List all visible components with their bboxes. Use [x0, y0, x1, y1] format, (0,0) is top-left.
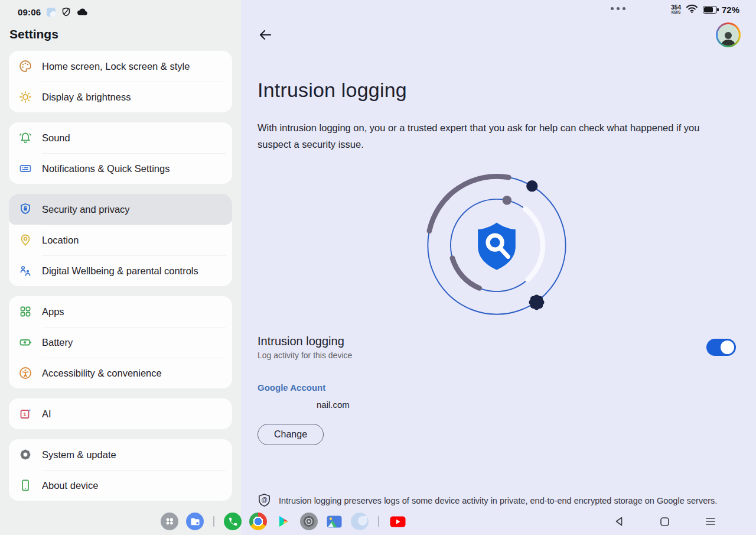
network-speed-indicator: 354 KB/S	[671, 5, 681, 15]
google-account-section: Google Account nail.com Change	[258, 382, 756, 445]
shield-lock-icon	[18, 202, 32, 216]
orbit-dot-dark	[526, 180, 537, 192]
battery-icon	[18, 335, 32, 349]
sidebar-item-label: Accessibility & convenience	[42, 368, 162, 379]
apps-grid-icon	[18, 304, 32, 319]
chrome-icon[interactable]	[249, 513, 267, 530]
sidebar-item-accessibility[interactable]: Accessibility & convenience	[9, 358, 232, 388]
change-account-button[interactable]: Change	[258, 424, 324, 445]
intrusion-logging-toggle[interactable]	[706, 339, 736, 356]
back-arrow-icon	[258, 27, 273, 43]
sidebar-item-label: Location	[42, 235, 79, 246]
settings-group-system: System & update About device	[9, 439, 232, 501]
sidebar-item-about-device[interactable]: About device	[9, 470, 232, 501]
taskbar-dock	[161, 508, 406, 535]
wifi-icon	[686, 4, 698, 16]
bell-icon	[18, 131, 32, 145]
footer-note: @ Intrusion logging preserves logs of so…	[258, 493, 721, 508]
sidebar-item-location[interactable]: Location	[9, 225, 232, 255]
sidebar-item-label: Digital Wellbeing & parental controls	[42, 265, 198, 277]
settings-group-sound: Sound Notifications & Quick Settings	[9, 122, 232, 184]
sidebar-item-apps[interactable]: Apps	[9, 296, 232, 327]
play-store-icon[interactable]	[275, 513, 292, 530]
detail-title: Intrusion logging	[258, 79, 756, 102]
sidebar-item-label: Home screen, Lock screen & style	[42, 61, 190, 72]
sidebar-item-system-update[interactable]: System & update	[9, 439, 232, 470]
tablet-screen: 09:06 Settings Home screen, Lock screen …	[0, 0, 756, 535]
svg-text:1: 1	[23, 411, 27, 417]
sidebar-item-label: System & update	[42, 449, 116, 461]
taskbar	[0, 508, 756, 535]
phone-app-icon[interactable]	[224, 513, 242, 530]
sidebar-item-sound[interactable]: Sound	[9, 122, 232, 153]
sidebar-item-label: About device	[42, 480, 98, 491]
settings-sidebar: 09:06 Settings Home screen, Lock screen …	[0, 0, 241, 535]
svg-text:@: @	[261, 496, 268, 503]
battery-percent: 72%	[722, 5, 739, 15]
phone-device-icon	[18, 478, 32, 492]
navigation-keys	[614, 508, 716, 535]
sidebar-item-label: AI	[42, 408, 51, 420]
toggle-label: Intrusion logging	[258, 335, 352, 348]
back-nav-button[interactable]	[614, 516, 624, 527]
notification-app-icon	[47, 8, 56, 17]
youtube-icon[interactable]	[389, 513, 406, 530]
app-drawer-icon[interactable]	[161, 513, 178, 530]
wellbeing-icon	[18, 264, 32, 278]
account-email: nail.com	[258, 400, 756, 410]
battery-status-icon	[703, 6, 717, 14]
sidebar-item-label: Battery	[42, 337, 73, 348]
dock-divider	[213, 516, 214, 527]
palette-icon	[18, 59, 32, 73]
sidebar-item-wellbeing[interactable]: Digital Wellbeing & parental controls	[9, 255, 232, 286]
window-handle-dots[interactable]	[611, 7, 625, 10]
cloud-icon	[77, 8, 88, 16]
shield-scan-illustration	[417, 166, 576, 325]
footer-text: Intrusion logging preserves logs of some…	[279, 496, 717, 505]
sidebar-item-display[interactable]: Display & brightness	[9, 82, 232, 112]
sidebar-item-label: Apps	[42, 306, 64, 317]
toggle-sublabel: Log activity for this device	[258, 351, 352, 360]
shield-search-icon	[478, 222, 516, 270]
files-app-icon[interactable]	[186, 513, 204, 530]
settings-list: Home screen, Lock screen & style Display…	[0, 41, 241, 501]
avatar-photo	[718, 24, 739, 46]
faded-app-icon[interactable]	[351, 513, 369, 530]
recents-nav-button[interactable]	[705, 517, 716, 526]
account-avatar[interactable]	[716, 22, 741, 47]
sidebar-item-notifications[interactable]: Notifications & Quick Settings	[9, 153, 232, 184]
sidebar-item-label: Security and privacy	[42, 204, 130, 215]
clock: 09:06	[18, 7, 41, 17]
orbit-dot-purple	[503, 196, 511, 205]
dock-divider	[378, 516, 379, 527]
sidebar-item-battery[interactable]: Battery	[9, 327, 232, 358]
intrusion-toggle-row: Intrusion logging Log activity for this …	[258, 335, 736, 360]
detail-description: With intrusion logging on, you or a trus…	[258, 119, 712, 153]
tools-app-icon[interactable]	[300, 513, 318, 530]
sidebar-item-label: Notifications & Quick Settings	[42, 163, 170, 174]
google-account-link[interactable]: Google Account	[258, 382, 756, 393]
sidebar-item-home-screen[interactable]: Home screen, Lock screen & style	[9, 51, 232, 82]
back-button[interactable]	[258, 27, 275, 43]
settings-group-apps: Apps Battery Accessibility & convenience	[9, 296, 232, 388]
home-nav-button[interactable]	[660, 517, 670, 527]
sun-icon	[18, 90, 32, 104]
gallery-app-icon[interactable]	[325, 513, 343, 530]
accessibility-icon	[18, 366, 32, 380]
notifications-icon	[18, 161, 32, 176]
sidebar-item-security[interactable]: Security and privacy	[9, 194, 232, 225]
ai-icon: 1	[18, 407, 32, 421]
status-bar-left: 09:06	[0, 0, 241, 19]
toggle-text: Intrusion logging Log activity for this …	[258, 335, 352, 360]
gear-icon	[18, 448, 32, 462]
settings-group-privacy: Security and privacy Location Digital We…	[9, 194, 232, 286]
vpn-shield-icon	[61, 7, 71, 17]
sidebar-item-label: Display & brightness	[42, 92, 131, 103]
sidebar-item-ai[interactable]: 1 AI	[9, 398, 232, 429]
sidebar-item-label: Sound	[42, 132, 70, 144]
settings-group-personalization: Home screen, Lock screen & style Display…	[9, 51, 232, 112]
intrusion-logging-panel: 354 KB/S 72% Intrusion logging With intr…	[241, 0, 756, 535]
location-pin-icon	[18, 233, 32, 247]
privacy-shield-icon: @	[258, 493, 271, 508]
status-bar-right: 354 KB/S 72%	[671, 4, 739, 16]
